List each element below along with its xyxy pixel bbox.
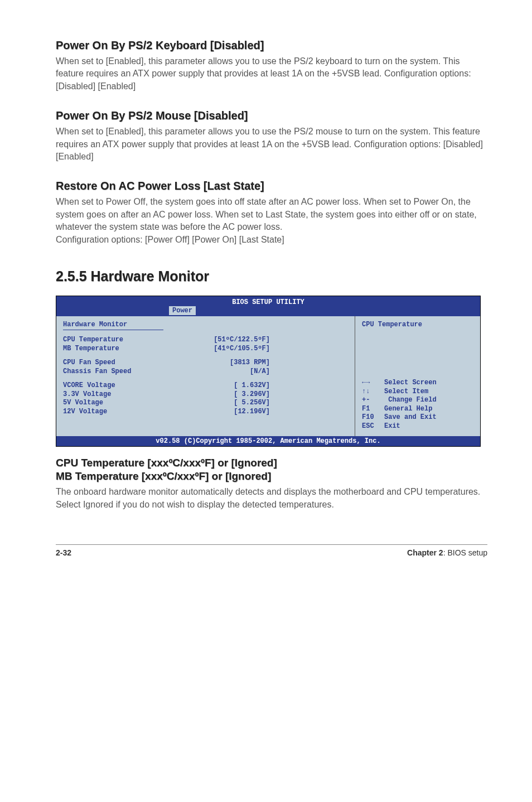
row-label: Chassis Fan Speed [63, 368, 131, 375]
row-value: [3813 RPM] [230, 359, 270, 368]
bios-tab-power: Power [169, 306, 196, 315]
paragraph-restore-power: When set to Power Off, the system goes i… [56, 196, 487, 246]
row-label: MB Temperature [63, 345, 119, 352]
row-label: 3.3V Voltage [63, 390, 111, 398]
hint-label: General Help [384, 405, 432, 413]
row-label: CPU Temperature [63, 336, 123, 344]
hint-key: ←→ [362, 379, 384, 388]
bios-footer: v02.58 (C)Copyright 1985-2002, American … [56, 436, 480, 446]
heading-restore-power: Restore On AC Power Loss [Last State] [56, 180, 487, 192]
heading-ps2-mouse: Power On By PS/2 Mouse [Disabled] [56, 109, 487, 122]
row-value: [ 5.256V] [234, 399, 270, 408]
bios-header: BIOS SETUP UTILITY Power [56, 296, 480, 316]
page-footer: 2-32 Chapter 2: BIOS setup [56, 544, 487, 557]
list-item: ESCExit [362, 422, 473, 431]
table-row: VCORE Voltage [ 1.632V] [63, 381, 348, 390]
bios-screenshot: BIOS SETUP UTILITY Power Hardware Monito… [56, 296, 481, 447]
hint-key: ↑↓ [362, 388, 384, 397]
row-value: [41ºC/105.5ºF] [214, 345, 270, 354]
list-item: ↑↓Select Item [362, 388, 473, 397]
bios-title: BIOS SETUP UTILITY [57, 298, 479, 306]
table-row: 3.3V Voltage [ 3.296V] [63, 390, 348, 399]
hint-label: Change Field [384, 396, 437, 404]
heading-hardware-monitor: 2.5.5 Hardware Monitor [56, 268, 487, 284]
bios-panel-title: Hardware Monitor [63, 321, 348, 328]
list-item: F10Save and Exit [362, 413, 473, 422]
page-number: 2-32 [56, 548, 71, 557]
bios-left-panel: Hardware Monitor CPU Temperature [51ºC/1… [56, 316, 355, 437]
hint-key: F10 [362, 413, 384, 422]
bios-right-panel: CPU Temperature ←→Select Screen ↑↓Select… [355, 316, 480, 437]
paragraph-ps2-mouse: When set to [Enabled], this parameter al… [56, 125, 487, 163]
chapter-label: Chapter 2: BIOS setup [407, 548, 487, 557]
row-value: [ 1.632V] [234, 381, 270, 390]
table-row: 12V Voltage [12.196V] [63, 408, 348, 417]
heading-cpu-temp: CPU Temperature [xxxºC/xxxºF] or [Ignore… [56, 457, 487, 469]
list-item: F1General Help [362, 405, 473, 414]
row-value: [ 3.296V] [234, 390, 270, 399]
table-row: CPU Fan Speed [3813 RPM] [63, 359, 348, 368]
row-label: 12V Voltage [63, 408, 107, 416]
hint-label: Select Item [384, 388, 428, 395]
row-label: 5V Voltage [63, 399, 103, 407]
paragraph-ps2-keyboard: When set to [Enabled], this parameter al… [56, 55, 487, 93]
hint-key: +- [362, 396, 384, 405]
hint-label: Exit [384, 422, 400, 430]
hint-key: ESC [362, 422, 384, 431]
table-row: 5V Voltage [ 5.256V] [63, 399, 348, 408]
bios-panel-underline [63, 330, 163, 330]
bios-help-title: CPU Temperature [362, 321, 473, 328]
hint-label: Select Screen [384, 379, 437, 386]
hint-key: F1 [362, 405, 384, 414]
row-label: VCORE Voltage [63, 381, 115, 389]
table-row: CPU Temperature [51ºC/122.5ºF] [63, 336, 348, 345]
row-value: [51ºC/122.5ºF] [214, 336, 270, 345]
list-item: ←→Select Screen [362, 379, 473, 388]
heading-mb-temp: MB Temperature [xxxºC/xxxºF] or [Ignored… [56, 470, 487, 482]
paragraph-temp: The onboard hardware monitor automatical… [56, 486, 487, 511]
bios-hints: ←→Select Screen ↑↓Select Item +- Change … [362, 379, 473, 431]
row-value: [12.196V] [234, 408, 270, 417]
heading-ps2-keyboard: Power On By PS/2 Keyboard [Disabled] [56, 39, 487, 52]
hint-label: Save and Exit [384, 413, 437, 421]
row-label: CPU Fan Speed [63, 359, 115, 366]
row-value: [N/A] [250, 368, 270, 376]
list-item: +- Change Field [362, 396, 473, 405]
table-row: Chassis Fan Speed [N/A] [63, 368, 348, 376]
table-row: MB Temperature [41ºC/105.5ºF] [63, 345, 348, 354]
